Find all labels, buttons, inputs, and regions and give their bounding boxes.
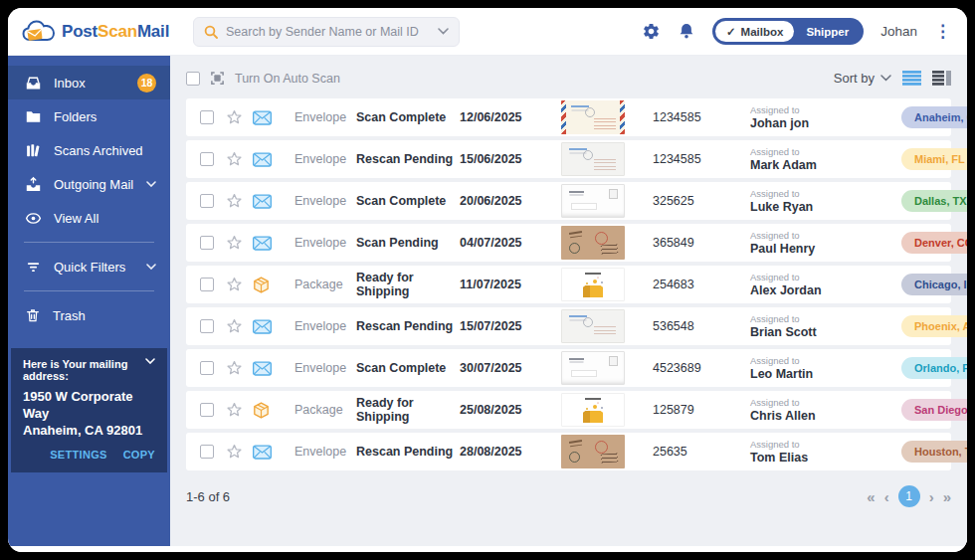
results-range: 1-6 of 6 — [186, 489, 230, 504]
row-checkbox[interactable] — [200, 361, 214, 375]
mail-type: Package — [294, 403, 356, 417]
mail-thumbnail[interactable] — [561, 435, 625, 468]
page-number-button[interactable]: 1 — [898, 485, 920, 507]
last-page-button[interactable]: » — [943, 489, 951, 504]
check-icon: ✓ — [726, 25, 736, 39]
top-bar: PostScanMail ✓Mailbox Shipper Johan ⋮ — [8, 8, 967, 56]
location-badge[interactable]: Phoenix, AZ 85001 — [901, 315, 967, 337]
mail-type: Envelope — [294, 319, 356, 333]
mail-thumbnail[interactable] — [561, 184, 625, 218]
assigned-cell: Assigned to Luke Ryan — [750, 188, 901, 214]
assigned-cell: Assigned to Tom Elias — [750, 439, 901, 465]
location-badge[interactable]: Miami, FL 33101 — [901, 148, 967, 170]
sidebar-item-trash[interactable]: Trash — [8, 298, 170, 332]
app-window: PostScanMail ✓Mailbox Shipper Johan ⋮ — [8, 8, 967, 552]
mail-thumbnail[interactable] — [561, 268, 625, 301]
sidebar-item-scans-archived[interactable]: Scans Archived — [8, 133, 170, 167]
list-view-icon[interactable] — [902, 71, 921, 86]
star-icon[interactable] — [226, 444, 253, 460]
mailbox-shipper-toggle[interactable]: ✓Mailbox Shipper — [712, 18, 864, 45]
row-checkbox[interactable] — [200, 278, 214, 291]
mail-date: 11/07/2025 — [460, 278, 561, 291]
assignee-name: Johan jon — [750, 116, 901, 130]
mail-id: 365849 — [653, 236, 750, 250]
sidebar-item-outgoing-mail[interactable]: Outgoing Mail — [8, 167, 170, 201]
mail-list: Envelope Scan Complete 12/06/2025 123458… — [186, 98, 951, 470]
sort-by-dropdown[interactable]: Sort by — [834, 71, 891, 86]
mail-row: Envelope Scan Complete 30/07/2025 452368… — [186, 349, 951, 387]
sidebar-item-folders[interactable]: Folders — [8, 99, 170, 133]
overflow-menu-icon[interactable]: ⋮ — [934, 23, 951, 40]
envelope-icon — [253, 152, 294, 167]
toggle-shipper-option[interactable]: Shipper — [794, 26, 861, 38]
settings-button[interactable]: SETTINGS — [50, 449, 106, 461]
split-view-icon[interactable] — [932, 71, 951, 86]
top-bar-actions: ✓Mailbox Shipper Johan ⋮ — [642, 18, 951, 45]
package-icon — [253, 402, 294, 419]
star-icon[interactable] — [226, 151, 253, 167]
row-checkbox[interactable] — [200, 152, 214, 166]
mail-thumbnail[interactable] — [561, 309, 625, 343]
location-badge[interactable]: Orlando, FL 32801 — [901, 357, 967, 379]
envelope-icon — [253, 194, 294, 209]
location-badge[interactable]: San Diego, CA 92101 — [901, 399, 967, 421]
location-badge[interactable]: Dallas, TX 75201 — [901, 190, 967, 212]
pagination: « ‹ 1 › » — [867, 485, 951, 507]
user-name[interactable]: Johan — [880, 24, 917, 39]
star-icon[interactable] — [226, 277, 253, 292]
sidebar-item-inbox[interactable]: Inbox 18 — [8, 66, 170, 99]
assigned-to-label: Assigned to — [750, 188, 901, 199]
mail-row: Envelope Scan Complete 12/06/2025 123458… — [186, 98, 951, 136]
location-badge[interactable]: Denver, CO 80202 — [901, 232, 967, 254]
chevron-down-icon — [880, 75, 891, 82]
mail-status: Ready for Shipping — [356, 396, 460, 424]
mail-thumbnail[interactable] — [561, 393, 625, 427]
star-icon[interactable] — [226, 109, 253, 125]
row-checkbox[interactable] — [200, 236, 214, 250]
location-badge[interactable]: Houston, TX 77002 — [901, 441, 967, 463]
postscanmail-logo[interactable]: PostScanMail — [22, 19, 179, 45]
row-checkbox[interactable] — [200, 110, 214, 124]
mail-thumbnail[interactable] — [561, 226, 625, 260]
assignee-name: Alex Jordan — [750, 283, 901, 297]
star-icon[interactable] — [226, 193, 253, 209]
search-input[interactable] — [226, 25, 430, 39]
location-badge[interactable]: Anaheim, CA 92801 — [901, 106, 967, 128]
assigned-to-label: Assigned to — [750, 146, 901, 157]
select-all-checkbox[interactable] — [186, 72, 200, 86]
assigned-to-label: Assigned to — [750, 313, 901, 324]
row-checkbox[interactable] — [200, 445, 214, 459]
assigned-to-label: Assigned to — [750, 230, 901, 241]
mail-row: Envelope Rescan Pending 15/06/2025 12345… — [186, 140, 951, 178]
star-icon[interactable] — [226, 402, 253, 418]
sidebar-item-view-all[interactable]: View All — [8, 201, 170, 235]
row-checkbox[interactable] — [200, 194, 214, 208]
assignee-name: Brian Scott — [750, 325, 901, 339]
sidebar: Inbox 18 Folders Scans Archived Outgoing… — [8, 56, 170, 546]
next-page-button[interactable]: › — [929, 489, 934, 504]
star-icon[interactable] — [226, 235, 253, 251]
search-scope-chevron-icon[interactable] — [438, 28, 449, 35]
mail-thumbnail[interactable] — [561, 100, 625, 134]
row-checkbox[interactable] — [200, 403, 214, 417]
mail-type: Envelope — [294, 361, 356, 375]
auto-scan-label[interactable]: Turn On Auto Scan — [235, 72, 340, 86]
collapse-chevron-icon[interactable] — [145, 358, 155, 364]
notifications-bell-icon[interactable] — [678, 22, 695, 41]
first-page-button[interactable]: « — [867, 489, 875, 504]
mail-date: 25/08/2025 — [460, 403, 561, 417]
location-badge[interactable]: Chicago, IL 60601 — [901, 274, 967, 295]
mail-thumbnail[interactable] — [561, 142, 625, 176]
mail-id: 1234585 — [653, 152, 750, 166]
mail-status: Scan Pending — [356, 236, 460, 250]
settings-gear-icon[interactable] — [642, 22, 661, 41]
sidebar-item-quick-filters[interactable]: Quick Filters — [8, 250, 170, 283]
search-bar[interactable] — [193, 17, 460, 47]
toggle-mailbox-option[interactable]: ✓Mailbox — [715, 21, 794, 42]
mail-thumbnail[interactable] — [561, 351, 625, 385]
prev-page-button[interactable]: ‹ — [884, 489, 889, 504]
copy-button[interactable]: COPY — [123, 449, 155, 461]
star-icon[interactable] — [226, 360, 253, 376]
star-icon[interactable] — [226, 318, 253, 334]
row-checkbox[interactable] — [200, 319, 214, 333]
